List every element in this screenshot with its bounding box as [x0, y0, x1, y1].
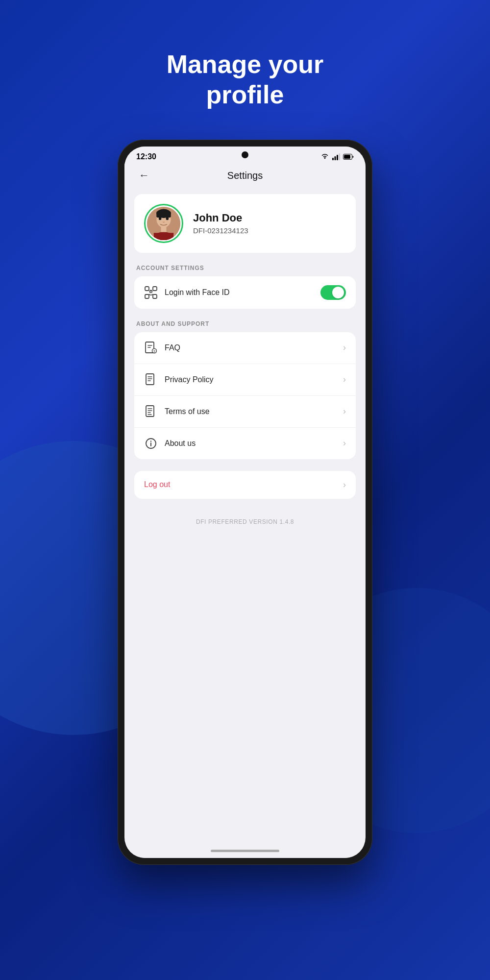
about-us-chevron: › — [343, 438, 346, 448]
privacy-policy-chevron: › — [343, 374, 346, 385]
svg-rect-3 — [339, 153, 341, 160]
logout-chevron: › — [343, 480, 346, 490]
page-title: Manage your profile — [167, 49, 324, 110]
account-settings-card: Login with Face ID — [134, 276, 356, 309]
svg-rect-9 — [156, 211, 171, 218]
svg-text:?: ? — [153, 350, 155, 353]
svg-rect-2 — [337, 155, 338, 160]
about-support-card: ? FAQ › Pr — [134, 332, 356, 459]
profile-info: John Doe DFI-0231234123 — [193, 212, 248, 235]
faq-icon: ? — [144, 341, 158, 355]
status-icons — [320, 153, 354, 160]
signal-icon — [332, 153, 340, 160]
logout-card: Log out › — [134, 471, 356, 499]
privacy-policy-item[interactable]: Privacy Policy › — [134, 364, 356, 396]
svg-rect-15 — [145, 287, 149, 291]
faq-chevron: › — [343, 343, 346, 353]
faq-label: FAQ — [165, 343, 336, 352]
svg-rect-24 — [146, 374, 154, 385]
about-us-item[interactable]: About us › — [134, 428, 356, 459]
wifi-icon — [320, 153, 329, 160]
camera-notch — [242, 151, 248, 158]
privacy-policy-icon — [144, 373, 158, 387]
screen-content: John Doe DFI-0231234123 ACCOUNT SETTINGS — [124, 186, 366, 846]
profile-name: John Doe — [193, 212, 248, 224]
terms-of-use-label: Terms of use — [165, 407, 336, 416]
face-id-label: Login with Face ID — [165, 288, 314, 297]
svg-rect-17 — [145, 294, 149, 298]
home-bar — [211, 850, 279, 852]
svg-rect-5 — [344, 155, 350, 159]
status-time: 12:30 — [136, 152, 156, 161]
profile-section: John Doe DFI-0231234123 — [134, 194, 356, 253]
nav-bar: ← Settings — [124, 163, 366, 186]
svg-rect-12 — [161, 226, 166, 232]
avatar — [147, 207, 180, 240]
faq-item[interactable]: ? FAQ › — [134, 332, 356, 364]
battery-icon — [343, 154, 354, 160]
face-id-toggle[interactable] — [320, 285, 346, 300]
svg-rect-0 — [332, 158, 334, 160]
back-button[interactable]: ← — [136, 168, 152, 183]
logout-label: Log out — [144, 480, 336, 489]
face-id-item[interactable]: Login with Face ID — [134, 276, 356, 309]
svg-point-14 — [166, 217, 169, 220]
home-indicator — [124, 846, 366, 858]
version-text: DFI PREFERRED VERSION 1.4.8 — [134, 511, 356, 529]
svg-point-35 — [150, 441, 151, 441]
about-support-label: ABOUT AND SUPPORT — [134, 320, 356, 327]
back-arrow-icon: ← — [139, 169, 149, 182]
about-us-icon — [144, 437, 158, 450]
privacy-policy-label: Privacy Policy — [165, 375, 336, 384]
face-id-icon — [144, 286, 158, 299]
svg-rect-18 — [153, 294, 157, 298]
svg-point-13 — [159, 217, 162, 220]
account-settings-label: ACCOUNT SETTINGS — [134, 265, 356, 271]
terms-of-use-icon — [144, 405, 158, 418]
logout-item[interactable]: Log out › — [134, 471, 356, 499]
terms-of-use-item[interactable]: Terms of use › — [134, 396, 356, 428]
about-us-label: About us — [165, 439, 336, 448]
svg-rect-16 — [153, 287, 157, 291]
svg-rect-11 — [154, 233, 173, 240]
profile-id: DFI-0231234123 — [193, 226, 248, 235]
svg-rect-1 — [335, 156, 336, 160]
phone-frame: 12:30 — [118, 140, 372, 865]
phone-screen: 12:30 — [124, 147, 366, 858]
terms-of-use-chevron: › — [343, 406, 346, 416]
nav-title: Settings — [227, 170, 263, 181]
status-bar: 12:30 — [124, 147, 366, 163]
avatar-wrapper — [144, 204, 183, 243]
